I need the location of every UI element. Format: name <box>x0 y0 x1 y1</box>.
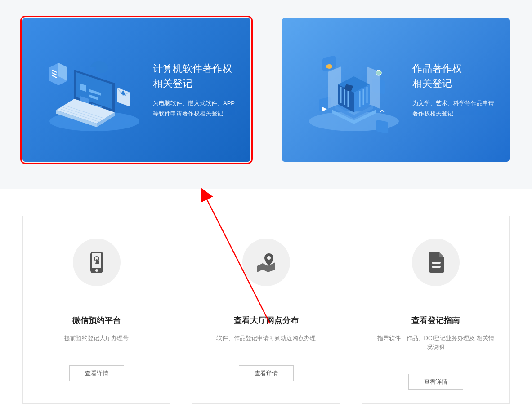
banner-desc: 为文学、艺术、科学等作品申请 著作权相关登记 <box>412 98 496 119</box>
view-detail-button[interactable]: 查看详情 <box>239 365 294 381</box>
banner-desc: 为电脑软件、嵌入式软件、APP 等软件申请著作权相关登记 <box>153 98 237 119</box>
banner-title: 作品著作权 相关登记 <box>412 61 496 91</box>
banner-row: 计算机软件著作权 相关登记 为电脑软件、嵌入式软件、APP 等软件申请著作权相关… <box>0 0 532 189</box>
svg-rect-19 <box>376 119 388 134</box>
info-card-row: 微信预约平台 提前预约登记大厅办理号 查看详情 查看大厅网点分布 软件、作品登记… <box>0 189 532 407</box>
info-title: 微信预约平台 <box>72 315 121 326</box>
banner-work-copyright[interactable]: 作品著作权 相关登记 为文学、艺术、科学等作品申请 著作权相关登记 <box>282 18 510 162</box>
info-desc: 软件、作品登记申请可到就近网点办理 <box>216 334 316 343</box>
svg-rect-34 <box>432 266 441 268</box>
svg-rect-13 <box>322 55 336 71</box>
banner-title: 计算机软件著作权 相关登记 <box>153 61 237 91</box>
svg-point-32 <box>267 256 271 260</box>
document-icon <box>412 239 460 286</box>
card-branch-locations: 查看大厅网点分布 软件、作品登记申请可到就近网点办理 查看详情 <box>192 216 340 404</box>
banner-text: 作品著作权 相关登记 为文学、艺术、科学等作品申请 著作权相关登记 <box>412 61 496 119</box>
banner-software-copyright[interactable]: 计算机软件著作权 相关登记 为电脑软件、嵌入式软件、APP 等软件申请著作权相关… <box>22 18 250 162</box>
banner-text: 计算机软件著作权 相关登记 为电脑软件、嵌入式软件、APP 等软件申请著作权相关… <box>153 61 237 119</box>
card-wechat-appointment: 微信预约平台 提前预约登记大厅办理号 查看详情 <box>22 216 170 404</box>
view-detail-button[interactable]: 查看详情 <box>408 374 463 390</box>
map-pin-icon <box>242 239 290 286</box>
view-detail-button[interactable]: 查看详情 <box>69 365 124 381</box>
svg-rect-33 <box>432 262 441 264</box>
info-title: 查看大厅网点分布 <box>234 315 299 326</box>
svg-point-30 <box>95 269 98 272</box>
info-desc: 指导软件、作品、DCI登记业务办理及 相关情况说明 <box>376 334 496 351</box>
info-title: 查看登记指南 <box>411 315 460 326</box>
laptop-illustration <box>36 40 153 139</box>
info-desc: 提前预约登记大厅办理号 <box>64 334 129 343</box>
phone-touch-icon <box>73 239 121 286</box>
card-registration-guide: 查看登记指南 指导软件、作品、DCI登记业务办理及 相关情况说明 查看详情 <box>362 216 510 404</box>
svg-point-14 <box>326 64 332 69</box>
building-illustration <box>295 40 412 139</box>
